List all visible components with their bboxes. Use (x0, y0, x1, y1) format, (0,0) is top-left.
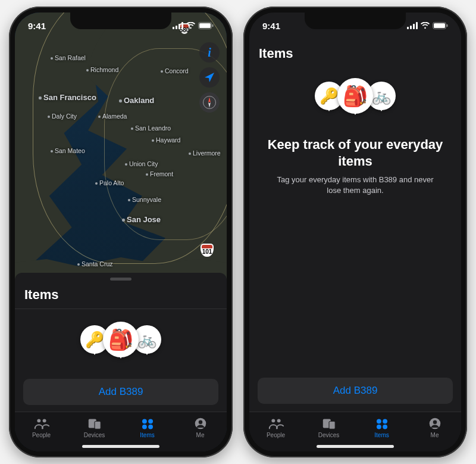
svg-point-34 (433, 420, 437, 424)
backpack-icon: 🎒 (337, 78, 373, 114)
items-icon (140, 416, 155, 431)
tab-people[interactable]: People (15, 412, 68, 451)
tab-me[interactable]: Me (174, 412, 227, 451)
svg-point-30 (383, 419, 387, 423)
me-icon (427, 416, 443, 431)
svg-rect-28 (329, 421, 335, 429)
status-time: 9:41 (262, 21, 280, 31)
svg-rect-5 (199, 23, 211, 28)
svg-rect-11 (95, 421, 101, 429)
svg-point-14 (142, 425, 146, 429)
svg-point-12 (142, 419, 146, 423)
notch (305, 13, 406, 29)
svg-rect-19 (410, 26, 412, 29)
tab-label: Me (196, 432, 205, 438)
me-icon (193, 416, 208, 431)
add-item-button[interactable]: Add B389 (23, 379, 218, 405)
svg-rect-23 (434, 23, 445, 28)
svg-rect-20 (413, 24, 415, 29)
cellular-icon (173, 22, 183, 29)
info-button[interactable] (199, 42, 220, 63)
svg-point-15 (148, 425, 153, 429)
devices-icon (87, 416, 102, 431)
svg-point-25 (271, 419, 275, 422)
divider (15, 309, 227, 309)
people-icon (34, 416, 49, 431)
wifi-icon (186, 22, 196, 29)
city-label: Fremont (146, 170, 173, 177)
city-label: Richmond (86, 66, 118, 73)
svg-point-26 (277, 419, 280, 422)
home-indicator[interactable] (82, 445, 159, 448)
tab-label: Me (431, 432, 439, 438)
tab-label: Items (140, 432, 154, 438)
sheet-grabber[interactable] (110, 278, 131, 281)
tab-label: People (32, 432, 51, 438)
city-label: San Leandro (131, 124, 171, 132)
cellular-icon (407, 22, 418, 29)
sheet-title: Items (24, 287, 58, 303)
item-icons: 🔑 🎒 🚲 (315, 78, 396, 114)
battery-icon (433, 22, 448, 29)
svg-point-32 (383, 425, 387, 429)
svg-rect-0 (173, 27, 174, 29)
panel-title: Items (259, 46, 293, 61)
wifi-icon (420, 22, 430, 29)
battery-icon (198, 22, 214, 29)
svg-rect-6 (212, 24, 214, 27)
city-label: San Mateo (51, 147, 85, 154)
city-label: Union City (125, 160, 158, 167)
city-label: San Francisco (39, 93, 96, 102)
people-icon (268, 416, 284, 431)
city-label: Hayward (152, 136, 180, 144)
city-label: Daly City (48, 113, 77, 120)
city-label: Concord (161, 67, 189, 74)
svg-rect-1 (176, 26, 177, 29)
phone-left: 9:41 101 580 San RafaelRichmondConcordSa… (9, 7, 233, 457)
item-icons: 🔑 🎒 🚲 (80, 322, 161, 357)
city-label: Santa Cruz (77, 260, 113, 267)
tab-me[interactable]: Me (408, 412, 461, 451)
city-label: San Jose (122, 215, 161, 224)
backpack-icon: 🎒 (103, 322, 139, 357)
city-label: Oakland (119, 96, 154, 105)
city-label: San Rafael (51, 54, 86, 61)
svg-point-9 (42, 419, 46, 422)
city-label: Livermore (189, 150, 221, 157)
home-indicator[interactable] (317, 445, 394, 448)
tab-label: Devices (84, 432, 105, 438)
svg-rect-21 (416, 22, 418, 29)
tab-label: Devices (318, 432, 340, 438)
svg-point-13 (148, 419, 153, 423)
subline: Tag your everyday items with B389 and ne… (270, 175, 441, 196)
tab-people[interactable]: People (249, 412, 302, 451)
status-time: 9:41 (28, 21, 46, 31)
svg-rect-24 (447, 24, 448, 27)
svg-point-17 (198, 420, 202, 424)
tab-label: People (267, 432, 285, 438)
items-icon (374, 416, 390, 431)
compass-button[interactable] (199, 92, 220, 113)
svg-rect-2 (178, 24, 180, 29)
notch (70, 13, 171, 29)
headline: Keep track of your everyday items (264, 136, 447, 169)
svg-rect-18 (407, 27, 409, 29)
phone-right: 9:41 Items 🔑 🎒 🚲 Keep track of your ever… (243, 7, 467, 457)
city-label: Palo Alto (95, 179, 124, 186)
devices-icon (321, 416, 337, 431)
svg-point-29 (376, 419, 381, 423)
add-item-button[interactable]: Add B389 (258, 378, 453, 404)
items-panel: Items 🔑 🎒 🚲 Keep track of your everyday … (249, 13, 461, 451)
svg-point-31 (376, 425, 381, 429)
locate-button[interactable] (199, 67, 220, 88)
city-label: Alameda (98, 113, 127, 120)
city-label: Sunnyvale (128, 196, 161, 203)
svg-point-8 (37, 419, 40, 422)
svg-rect-3 (181, 22, 183, 29)
tab-label: Items (374, 432, 389, 438)
